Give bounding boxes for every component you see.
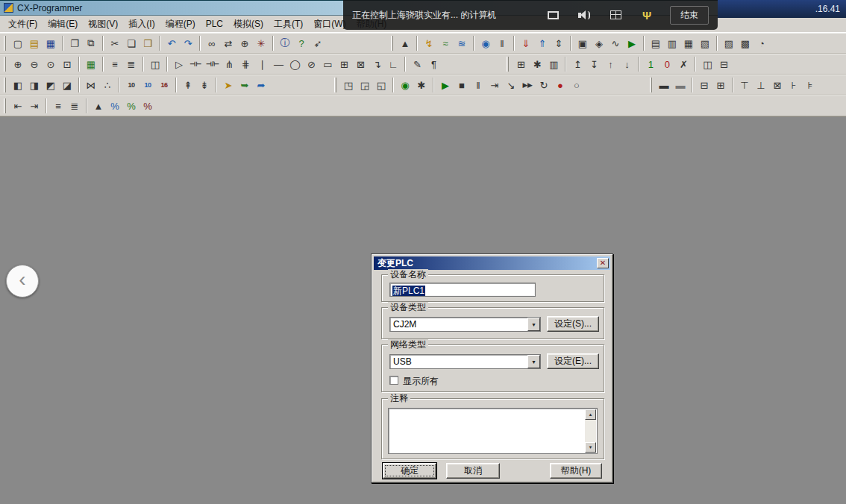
- menu-insert[interactable]: 插入(I): [123, 16, 160, 33]
- diff-monitor-down-icon[interactable]: ⇟: [196, 77, 213, 93]
- comment-tool-icon[interactable]: ✎: [409, 56, 425, 72]
- differentiate-down-icon[interactable]: ↧: [586, 56, 602, 72]
- sim-pause-icon[interactable]: ‖: [470, 77, 486, 93]
- show-output-icon[interactable]: ▲: [397, 35, 413, 51]
- new-icon[interactable]: ▢: [10, 35, 26, 51]
- grid-icon[interactable]: ▦: [83, 56, 99, 72]
- sim-console-icon[interactable]: ◱: [373, 77, 389, 93]
- toolbar-grip[interactable]: [334, 78, 336, 92]
- print-preview-icon[interactable]: ⧉: [83, 35, 99, 51]
- network-icon[interactable]: Ψ: [636, 6, 657, 24]
- differentiate-up-icon[interactable]: ↥: [569, 56, 586, 72]
- cross-reference-icon[interactable]: ✳: [253, 35, 269, 51]
- join-line-icon[interactable]: ⊦: [786, 77, 802, 93]
- zoom-in-icon[interactable]: ⊕: [10, 56, 26, 72]
- sim-step-icon[interactable]: ⇥: [486, 77, 503, 93]
- help-icon[interactable]: ?: [293, 35, 310, 51]
- help-button[interactable]: 帮助(H): [550, 463, 602, 479]
- set-bit-icon[interactable]: ↑: [602, 56, 618, 72]
- work-online-icon[interactable]: ↯: [421, 35, 437, 51]
- select-tool-icon[interactable]: ▷: [171, 56, 187, 72]
- ladder-view-icon[interactable]: ▤: [648, 35, 664, 51]
- toolbar-grip[interactable]: [4, 36, 6, 51]
- panels-icon[interactable]: [605, 6, 626, 24]
- fb-parameter-icon[interactable]: ⊠: [352, 56, 369, 72]
- force-cancel-icon[interactable]: ✗: [675, 56, 692, 72]
- copy-icon[interactable]: ❏: [123, 35, 140, 51]
- find-bit-icon[interactable]: ⊕: [236, 35, 253, 51]
- device-type-settings-button[interactable]: 设定(S)...: [547, 316, 599, 332]
- dialog-close-button[interactable]: ✕: [597, 258, 609, 268]
- network-config-icon[interactable]: ◳: [340, 77, 357, 93]
- closed-coil-icon[interactable]: ⊘: [303, 56, 319, 72]
- sim-breakpoint-icon[interactable]: ●: [552, 77, 568, 93]
- bookmark-icon[interactable]: ➦: [253, 77, 269, 93]
- back-button[interactable]: ‹: [6, 265, 39, 297]
- jump-icon[interactable]: ↴: [369, 56, 385, 72]
- menu-edit[interactable]: 编辑(E): [43, 16, 83, 33]
- force-on-icon[interactable]: 1: [642, 56, 659, 72]
- find-icon[interactable]: ∞: [204, 35, 220, 51]
- edit-grid-icon[interactable]: ⊞: [513, 56, 529, 72]
- run-mode-icon[interactable]: ▶: [624, 35, 640, 51]
- menu-tools[interactable]: 工具(T): [269, 16, 308, 33]
- cross-ref-window-icon[interactable]: ◪: [59, 77, 75, 93]
- forward-indent-icon[interactable]: ⇥: [26, 98, 43, 114]
- force-off-icon[interactable]: 0: [659, 56, 675, 72]
- insert-row-above-icon[interactable]: ⊤: [736, 77, 753, 93]
- info-window-icon[interactable]: ◫: [147, 56, 163, 72]
- zoom-fit-icon[interactable]: ⊡: [59, 56, 75, 72]
- auto-online-icon[interactable]: ≈: [437, 35, 454, 51]
- sim-clear-breakpoints-icon[interactable]: ○: [568, 77, 585, 93]
- mark-icon[interactable]: ▲: [90, 98, 107, 114]
- sim-step-in-icon[interactable]: ↘: [503, 77, 519, 93]
- print-icon[interactable]: ❐: [66, 35, 83, 51]
- network-type-dropdown-icon[interactable]: ▼: [527, 355, 540, 368]
- toolbar-grip[interactable]: [507, 57, 509, 72]
- paste-icon[interactable]: ❒: [140, 35, 156, 51]
- scroll-track[interactable]: [585, 420, 596, 442]
- speaker-icon[interactable]: [574, 6, 595, 24]
- reset-bit-icon[interactable]: ↓: [618, 56, 635, 72]
- close-panes-icon[interactable]: ⊟: [715, 56, 732, 72]
- scroll-up-icon[interactable]: ▲: [585, 409, 596, 420]
- cut-icon[interactable]: ✂: [107, 35, 123, 51]
- symbol-table-icon[interactable]: ▦: [680, 35, 697, 51]
- open-contact-icon[interactable]: ⊣⊢: [187, 56, 204, 72]
- device-type-combobox[interactable]: CJ2M ▼: [389, 317, 541, 332]
- memory-view-icon[interactable]: ▩: [737, 35, 753, 51]
- cancel-button[interactable]: 取消: [446, 463, 500, 479]
- insert-row-below-icon[interactable]: ⊥: [753, 77, 769, 93]
- network-type-settings-button[interactable]: 设定(E)...: [547, 353, 599, 369]
- comment-textarea[interactable]: ▲ ▼: [388, 408, 598, 454]
- sim-stop-icon[interactable]: ■: [454, 77, 470, 93]
- zoom-50-icon[interactable]: %: [107, 98, 123, 114]
- simulator-online-icon[interactable]: ≋: [454, 35, 470, 51]
- function-block-icon[interactable]: ⊞: [336, 56, 352, 72]
- toolbar-grip[interactable]: [4, 57, 6, 72]
- vertical-line-icon[interactable]: ∣: [254, 56, 270, 72]
- compare-icon[interactable]: ⇕: [551, 35, 567, 51]
- toolbar-grip[interactable]: [650, 78, 652, 92]
- save-icon[interactable]: ▦: [43, 35, 59, 51]
- rung-comment-icon[interactable]: ≡: [107, 56, 123, 72]
- redo-icon[interactable]: ↷: [180, 35, 196, 51]
- io-bar-icon[interactable]: ▬: [656, 77, 672, 93]
- comment-scrollbar[interactable]: ▲ ▼: [585, 409, 596, 453]
- monitor-hex-icon[interactable]: 16: [156, 77, 172, 93]
- or-open-contact-icon[interactable]: ⋔: [221, 56, 237, 72]
- or-closed-contact-icon[interactable]: ⋕: [237, 56, 254, 72]
- delete-row-icon[interactable]: ⊠: [769, 77, 786, 93]
- fullscreen-icon[interactable]: [542, 6, 563, 24]
- device-type-dropdown-icon[interactable]: ▼: [527, 318, 540, 331]
- zoom-out-icon[interactable]: ⊖: [26, 56, 43, 72]
- monitor-signed-icon[interactable]: 10: [140, 77, 156, 93]
- ok-button[interactable]: 确定: [383, 463, 436, 479]
- toolbar-grip[interactable]: [391, 36, 393, 51]
- pause-monitor-icon[interactable]: ‖: [494, 35, 510, 51]
- zoom-100-icon[interactable]: ⊙: [43, 56, 59, 72]
- sim-continuous-icon[interactable]: ▶▶: [519, 77, 536, 93]
- upload-icon[interactable]: ⇑: [534, 35, 551, 51]
- menu-plc[interactable]: PLC: [201, 16, 228, 31]
- network-type-combobox[interactable]: USB ▼: [389, 354, 541, 369]
